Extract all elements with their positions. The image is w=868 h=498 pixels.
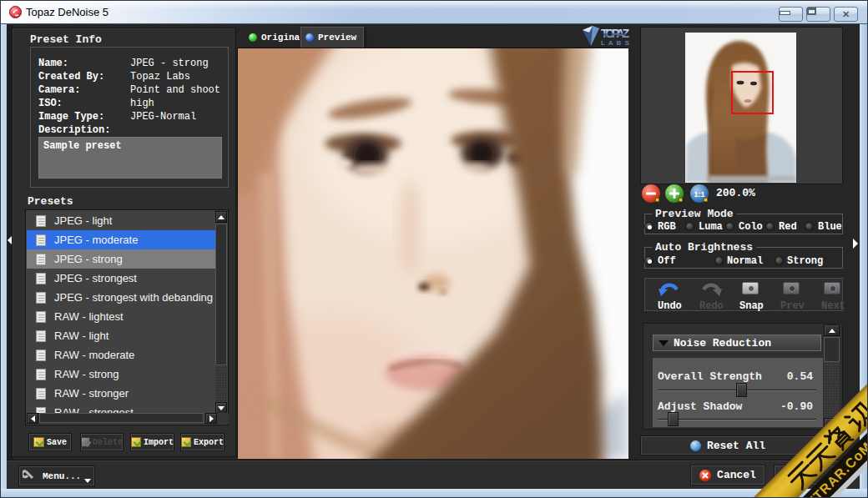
svg-text:L A B S: L A B S [601, 39, 630, 47]
svg-text:TOPAZ: TOPAZ [601, 27, 629, 40]
